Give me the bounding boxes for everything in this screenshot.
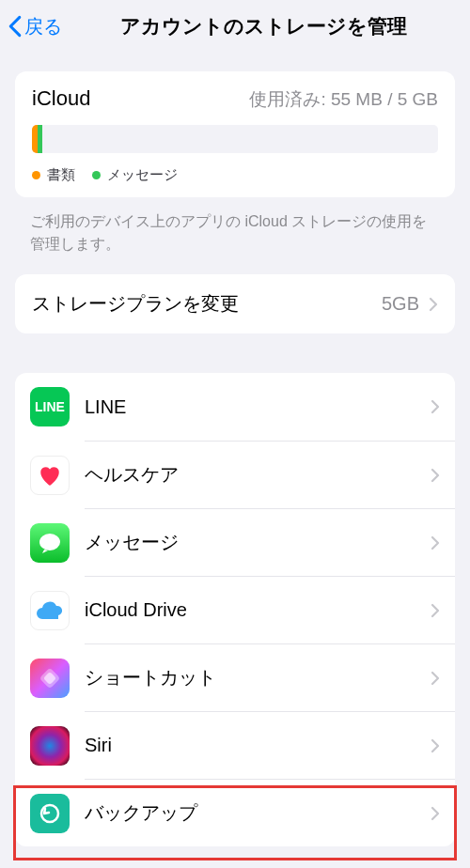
app-row-backup[interactable]: バックアップ — [85, 779, 455, 846]
plan-label: ストレージプランを変更 — [32, 291, 382, 317]
storage-description: ご利用のデバイス上のアプリの iCloud ストレージの使用を管理します。 — [0, 197, 470, 263]
icloud-usage-panel: iCloud 使用済み: 55 MB / 5 GB 書類 メッセージ — [15, 71, 455, 197]
health-app-icon — [30, 456, 70, 495]
app-label: LINE — [85, 396, 431, 418]
dot-icon — [92, 171, 101, 179]
chevron-right-icon — [431, 399, 440, 414]
app-label: iCloud Drive — [85, 599, 431, 621]
icloud-drive-app-icon — [30, 591, 70, 630]
chevron-right-icon — [431, 468, 440, 483]
messages-app-icon — [30, 523, 70, 563]
back-label: 戻る — [24, 14, 62, 39]
icloud-usage-text: 使用済み: 55 MB / 5 GB — [249, 87, 438, 112]
backup-app-icon — [30, 794, 70, 833]
chevron-right-icon — [431, 738, 440, 753]
dot-icon — [32, 171, 40, 179]
chevron-right-icon — [431, 806, 440, 821]
app-row-messages[interactable]: メッセージ — [85, 508, 455, 576]
storage-plan-section: ストレージプランを変更 5GB — [15, 274, 455, 333]
back-button[interactable]: 戻る — [8, 14, 62, 39]
svg-point-0 — [39, 534, 60, 550]
app-label: Siri — [85, 735, 431, 756]
plan-value: 5GB — [382, 293, 419, 315]
app-label: ヘルスケア — [85, 462, 431, 488]
line-app-icon: LINE — [30, 387, 70, 426]
icloud-title: iCloud — [32, 86, 90, 111]
app-row-icloud-drive[interactable]: iCloud Drive — [85, 576, 455, 643]
legend-docs-label: 書類 — [47, 166, 75, 184]
app-label: バックアップ — [85, 800, 431, 826]
app-label: ショートカット — [85, 665, 431, 690]
page-title: アカウントのストレージを管理 — [64, 13, 462, 39]
legend-messages: メッセージ — [92, 166, 178, 184]
app-row-shortcuts[interactable]: ショートカット — [85, 643, 455, 711]
nav-header: 戻る アカウントのストレージを管理 — [0, 0, 470, 53]
chevron-right-icon — [429, 297, 438, 312]
storage-bar — [32, 125, 438, 153]
app-label: メッセージ — [85, 530, 431, 555]
legend-docs: 書類 — [32, 166, 75, 184]
chevron-right-icon — [431, 603, 440, 618]
chevron-left-icon — [8, 15, 23, 38]
legend-messages-label: メッセージ — [107, 166, 178, 184]
app-row-line[interactable]: LINE LINE — [15, 373, 455, 441]
apps-list: LINE LINE ヘルスケア メッセージ iCloud Drive — [15, 373, 455, 846]
chevron-right-icon — [431, 671, 440, 686]
storage-bar-messages — [38, 125, 42, 153]
shortcuts-app-icon — [30, 659, 70, 698]
app-row-siri[interactable]: Siri — [85, 711, 455, 779]
siri-app-icon — [30, 726, 70, 766]
change-storage-plan-row[interactable]: ストレージプランを変更 5GB — [15, 274, 455, 333]
chevron-right-icon — [431, 535, 440, 550]
storage-legend: 書類 メッセージ — [32, 166, 438, 184]
app-row-health[interactable]: ヘルスケア — [85, 441, 455, 508]
